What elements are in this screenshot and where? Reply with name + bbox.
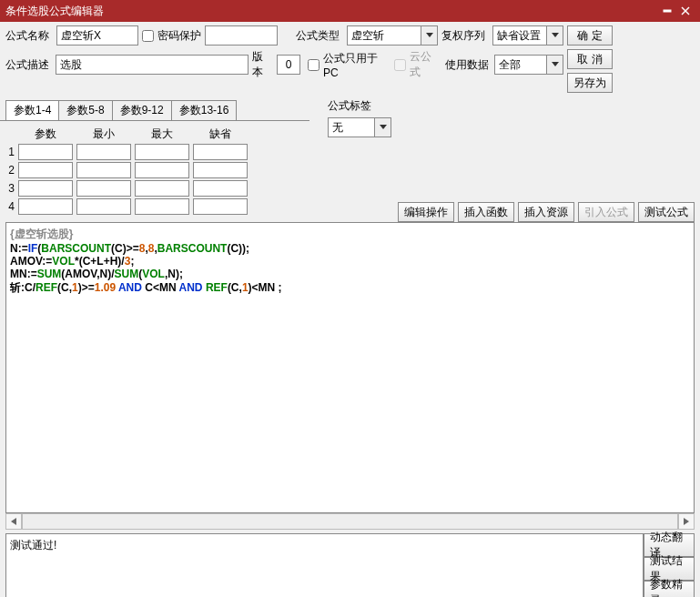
tab-params-1-4[interactable]: 参数1-4: [5, 100, 59, 120]
insfn-button[interactable]: 插入函数: [458, 202, 514, 222]
ok-button[interactable]: 确 定: [567, 25, 613, 46]
saveas-button[interactable]: 另存为: [567, 73, 613, 93]
param-2-def[interactable]: [193, 162, 248, 178]
type-label: 公式类型: [296, 28, 343, 44]
param-3-def[interactable]: [193, 180, 248, 197]
param-grid: 参数最小最大缺省 1 2 3 4: [0, 121, 309, 222]
use-combo[interactable]: 全部: [494, 55, 563, 75]
window-title: 条件选股公式编辑器: [5, 4, 658, 19]
chevron-down-icon: [421, 26, 437, 45]
import-button[interactable]: 引入公式: [578, 202, 634, 222]
chevron-down-icon: [546, 56, 563, 74]
chevron-down-icon: [374, 118, 391, 137]
name-input[interactable]: [56, 25, 138, 46]
param-1-name[interactable]: [18, 144, 73, 160]
param-3-max[interactable]: [135, 180, 189, 197]
svg-marker-3: [426, 33, 433, 37]
svg-marker-8: [684, 518, 689, 525]
svg-marker-6: [380, 125, 387, 129]
name-label: 公式名称: [5, 28, 53, 44]
title-bar: 条件选股公式编辑器: [0, 0, 700, 22]
param-2-min[interactable]: [76, 162, 131, 178]
ver-label: 版本: [252, 49, 273, 80]
ver-input[interactable]: [277, 55, 300, 75]
editop-button[interactable]: 编辑操作: [398, 202, 454, 222]
tab-params-13-16[interactable]: 参数13-16: [171, 100, 238, 120]
svg-rect-0: [664, 10, 671, 12]
tab-params-5-8[interactable]: 参数5-8: [58, 100, 112, 120]
tag-label: 公式标签: [328, 98, 375, 114]
pc-checkbox-row: 公式只用于PC: [308, 51, 391, 79]
cloud-checkbox: [394, 59, 406, 71]
password-label: 密码保护: [157, 28, 201, 44]
param-2-max[interactable]: [135, 162, 189, 178]
scroll-right-icon[interactable]: [678, 513, 695, 530]
type-combo[interactable]: 虚空斩: [347, 25, 438, 46]
param-1-def[interactable]: [193, 144, 248, 160]
insres-button[interactable]: 插入资源: [518, 202, 574, 222]
pc-checkbox[interactable]: [308, 59, 320, 71]
tab-params-9-12[interactable]: 参数9-12: [112, 100, 172, 120]
dup-combo[interactable]: 缺省设置: [492, 25, 563, 46]
desc-label: 公式描述: [5, 57, 52, 73]
svg-marker-7: [11, 518, 16, 525]
param-2-name[interactable]: [18, 162, 73, 178]
code-title: {虚空斩选股}: [10, 227, 690, 242]
param-tabs: 参数1-4 参数5-8 参数9-12 参数13-16: [0, 100, 309, 121]
chevron-down-icon: [546, 26, 563, 45]
test-button[interactable]: 测试公式: [638, 202, 695, 222]
param-4-min[interactable]: [76, 198, 131, 215]
close-button[interactable]: [676, 2, 695, 20]
paramwiz-button[interactable]: 参数精灵: [644, 581, 695, 597]
status-output: 测试通过!: [5, 533, 644, 597]
pc-label: 公式只用于PC: [323, 51, 391, 79]
horizontal-scrollbar[interactable]: [5, 513, 695, 530]
param-4-max[interactable]: [135, 198, 189, 215]
cloud-checkbox-row: 云公式: [394, 49, 441, 80]
dup-label: 复权序列: [441, 28, 489, 44]
scroll-left-icon[interactable]: [5, 513, 22, 530]
svg-marker-4: [552, 33, 559, 37]
param-3-min[interactable]: [76, 180, 131, 197]
password-checkbox[interactable]: [142, 30, 154, 42]
param-4-def[interactable]: [193, 198, 248, 215]
use-label: 使用数据: [445, 57, 492, 73]
cancel-button[interactable]: 取 消: [567, 49, 613, 69]
param-1-min[interactable]: [76, 144, 131, 160]
minimize-button[interactable]: [658, 2, 676, 20]
password-input[interactable]: [205, 25, 278, 46]
param-1-max[interactable]: [135, 144, 189, 160]
param-4-name[interactable]: [18, 198, 73, 215]
cloud-label: 云公式: [410, 49, 441, 80]
password-checkbox-row: 密码保护: [142, 28, 201, 44]
desc-input[interactable]: [56, 55, 249, 75]
svg-marker-5: [552, 62, 559, 66]
tag-combo[interactable]: 无: [328, 117, 391, 137]
code-editor[interactable]: {虚空斩选股} N:=IF(BARSCOUNT(C)>=8,8,BARSCOUN…: [5, 222, 695, 513]
param-3-name[interactable]: [18, 180, 73, 197]
